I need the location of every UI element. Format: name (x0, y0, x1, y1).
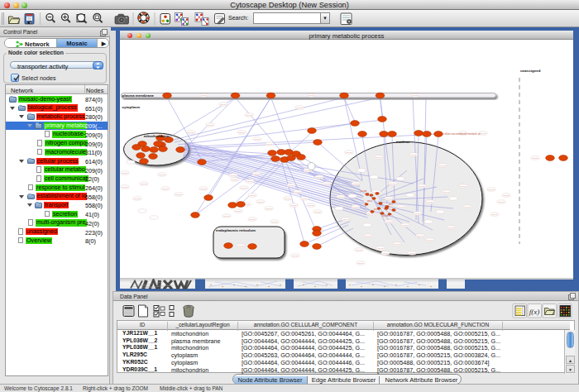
svg-text:[xx xx]: [xx xx] (376, 156, 381, 159)
svg-text:[xx xx]: [xx xx] (159, 174, 165, 176)
svg-text:[xx xx]: [xx xx] (200, 188, 206, 190)
svg-text:[xx xx]: [xx xx] (266, 208, 271, 210)
svg-text:[xx xx]: [xx xx] (308, 94, 313, 97)
svg-text:[xx xx]: [xx xx] (398, 206, 404, 208)
svg-text:[xx xx]: [xx xx] (254, 138, 260, 141)
svg-text:[xx xx]: [xx xx] (249, 194, 255, 197)
svg-text:[xx xx]: [xx xx] (409, 252, 414, 255)
svg-text:[xx xx]: [xx xx] (266, 143, 272, 146)
svg-text:[xx xx]: [xx xx] (288, 184, 294, 187)
svg-text:[xx xx]: [xx xx] (230, 174, 236, 177)
svg-text:plasma membrane: plasma membrane (122, 93, 155, 98)
svg-text:[xx xx]: [xx xx] (352, 183, 358, 185)
svg-text:[xx xx]: [xx xx] (356, 249, 361, 251)
svg-text:[xx xx]: [xx xx] (464, 206, 470, 208)
svg-text:cytoplasm: cytoplasm (122, 105, 141, 109)
svg-text:[xx xx]: [xx xx] (175, 194, 181, 196)
svg-text:[xx xx]: [xx xx] (377, 247, 383, 250)
svg-text:[xx xx]: [xx xx] (491, 213, 497, 216)
svg-text:[xx xx]: [xx xx] (241, 187, 246, 189)
svg-text:[xx xx]: [xx xx] (238, 131, 244, 134)
svg-text:xx-x: xx-x (389, 203, 393, 206)
svg-text:[xx xx]: [xx xx] (292, 255, 298, 257)
svg-text:[xx xx]: [xx xx] (200, 94, 206, 97)
svg-text:[xx xx]: [xx xx] (412, 94, 418, 97)
svg-text:[xx xx]: [xx xx] (346, 151, 352, 154)
svg-text:[xx xx]: [xx xx] (257, 201, 263, 203)
svg-text:[xx xx]: [xx xx] (290, 204, 296, 207)
svg-text:[xx xx]: [xx xx] (141, 183, 146, 185)
svg-text:[xx xx]: [xx xx] (439, 165, 445, 167)
svg-text:[xx xx]: [xx xx] (246, 180, 252, 183)
svg-text:[xx xx]: [xx xx] (235, 210, 241, 213)
svg-text:[xx xx]: [xx xx] (443, 191, 449, 194)
svg-text:[xx xx]: [xx xx] (427, 201, 433, 203)
svg-text:[xx xx]: [xx xx] (402, 224, 408, 227)
svg-text:[xx xx]: [xx xx] (532, 157, 538, 160)
svg-text:[xx xx]: [xx xx] (294, 191, 300, 194)
svg-text:[xx xx]: [xx xx] (122, 172, 127, 174)
svg-text:[xx xx]: [xx xx] (503, 194, 509, 197)
svg-text:[xx xx]: [xx xx] (296, 107, 302, 109)
svg-text:[xx xx]: [xx xx] (246, 114, 251, 117)
svg-text:[xx xx]: [xx xx] (365, 235, 371, 237)
svg-text:[xx xx]: [xx xx] (427, 239, 433, 241)
svg-text:[xx xx]: [xx xx] (460, 185, 466, 188)
svg-text:[xx xx]: [xx xx] (385, 221, 391, 223)
svg-text:[xx xx]: [xx xx] (323, 183, 329, 185)
svg-text:[xx xx]: [xx xx] (253, 173, 259, 175)
svg-text:f(x): f(x) (529, 308, 540, 316)
svg-text:[xx xx]: [xx xx] (188, 131, 194, 134)
svg-text:[xx xx]: [xx xx] (271, 221, 277, 223)
svg-text:[xx xx]: [xx xx] (417, 235, 423, 237)
svg-text:[xx xx]: [xx xx] (352, 206, 358, 208)
svg-text:cellular macromolecule metabol: cellular macromolecule metabolic pr (443, 132, 481, 136)
svg-text:[xx xx]: [xx xx] (410, 154, 416, 156)
svg-text:[xx xx]: [xx xx] (301, 198, 307, 200)
svg-text:[xx xx]: [xx xx] (285, 198, 290, 200)
svg-text:endoplasmic reticulum: endoplasmic reticulum (216, 228, 256, 232)
svg-text:[xx xx]: [xx xx] (220, 103, 226, 106)
svg-text:mitochondrion: mitochondrion (144, 134, 170, 138)
svg-text:[xx xx]: [xx xx] (316, 176, 322, 179)
svg-text:[xx xx]: [xx xx] (414, 213, 420, 215)
svg-text:[xx xx]: [xx xx] (122, 186, 127, 189)
svg-text:[xx xx]: [xx xx] (488, 189, 494, 191)
svg-text:[xx xx]: [xx xx] (394, 243, 400, 246)
svg-text:[xx xx]: [xx xx] (314, 211, 320, 213)
svg-text:nucleus: nucleus (396, 140, 410, 144)
svg-text:[xx xx]: [xx xx] (237, 245, 243, 247)
svg-text:[xx xx]: [xx xx] (223, 215, 229, 218)
svg-text:[xx xx]: [xx xx] (134, 198, 140, 200)
svg-text:[xx xx]: [xx xx] (337, 196, 343, 198)
svg-text:[xx xx]: [xx xx] (232, 179, 237, 181)
svg-text:xxx-x: xxx-x (367, 200, 373, 203)
svg-text:[xx xx]: [xx xx] (342, 218, 348, 221)
svg-text:xxx-xx: xxx-xx (382, 215, 389, 218)
svg-text:[xx xx]: [xx xx] (498, 201, 504, 203)
svg-text:[xx xx]: [xx xx] (249, 218, 255, 221)
svg-text:[xx xx]: [xx xx] (480, 132, 486, 135)
svg-text:xx-xxx: xx-xxx (361, 190, 367, 193)
svg-text:[xx xx]: [xx xx] (207, 124, 213, 127)
svg-text:[xx xx]: [xx xx] (308, 204, 313, 207)
svg-text:[xx xx]: [xx xx] (382, 252, 388, 255)
svg-text:xx-xx: xx-xx (374, 208, 380, 211)
svg-text:[xx xx]: [xx xx] (419, 185, 424, 188)
svg-text:[xx xx]: [xx xx] (447, 227, 453, 229)
svg-text:[xx xx]: [xx xx] (162, 188, 168, 190)
svg-text:unassigned: unassigned (520, 69, 541, 73)
svg-text:[xx xx]: [xx xx] (385, 198, 391, 200)
svg-text:[xx xx]: [xx xx] (390, 183, 395, 185)
svg-text:[xx xx]: [xx xx] (357, 262, 363, 265)
